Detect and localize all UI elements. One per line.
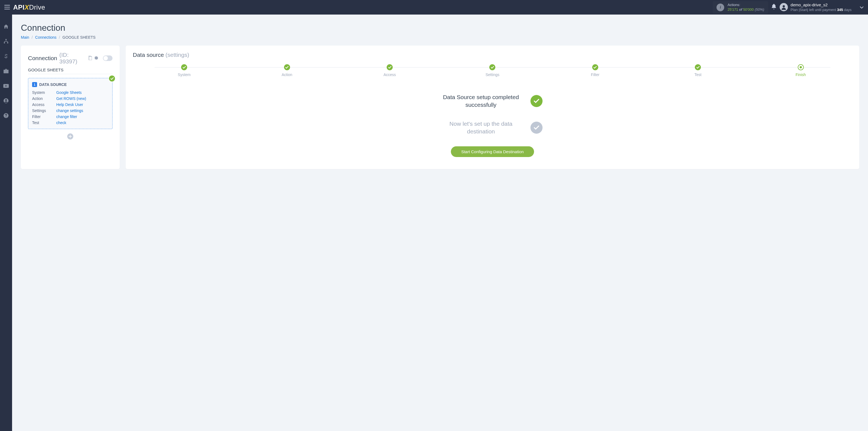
- actions-pct: (50%): [755, 7, 764, 11]
- step-test[interactable]: Test: [647, 64, 749, 77]
- ds-title: DATA SOURCE: [39, 82, 67, 87]
- finish-success-text: Data Source setup completed successfully: [443, 93, 520, 109]
- ds-filter-label: Filter: [32, 115, 54, 119]
- sidebar-video[interactable]: [0, 82, 12, 90]
- ds-system-value[interactable]: Google Sheets: [56, 90, 108, 95]
- breadcrumb-current: GOOGLE SHEETS: [63, 35, 96, 39]
- user-menu[interactable]: demo_apix-drive_s2 Plan |Start| left unt…: [780, 2, 864, 12]
- step-action[interactable]: Action: [236, 64, 338, 77]
- ds-test-label: Test: [32, 121, 54, 125]
- user-info: demo_apix-drive_s2 Plan |Start| left unt…: [790, 2, 851, 12]
- logo[interactable]: APIXDrive: [13, 4, 45, 11]
- user-plan: Plan |Start| left until payment 345 days: [790, 8, 851, 12]
- actions-total: 50'000: [743, 7, 754, 11]
- current-step-dot: [798, 64, 804, 70]
- sidebar-account[interactable]: [0, 97, 12, 104]
- info-icon: i: [716, 4, 724, 11]
- step-settings[interactable]: Settings: [441, 64, 544, 77]
- actions-of: of: [739, 7, 742, 11]
- ds-filter-value[interactable]: change filter: [56, 115, 108, 119]
- check-icon: [530, 95, 542, 107]
- check-icon: [489, 64, 495, 70]
- svg-point-0: [783, 5, 785, 7]
- connection-toggle[interactable]: [103, 56, 113, 61]
- svg-rect-1: [5, 39, 7, 40]
- hamburger-icon[interactable]: [4, 4, 10, 11]
- header-right: i Actions: 25'171 of 50'000 (50%) demo_a…: [713, 1, 864, 14]
- svg-rect-2: [4, 42, 5, 43]
- svg-rect-3: [7, 42, 8, 43]
- connection-title: Connection: [28, 55, 57, 61]
- finish-next-text: Now let's set up the data destination: [443, 120, 520, 135]
- step-finish[interactable]: Finish: [749, 64, 852, 77]
- sidebar-home[interactable]: [0, 23, 12, 30]
- sidebar-connections[interactable]: [0, 38, 12, 45]
- ds-action-value[interactable]: Get ROWS (new): [56, 96, 108, 101]
- ds-badge: 1: [32, 82, 37, 87]
- connection-subtitle: GOOGLE SHEETS: [28, 67, 113, 74]
- actions-text: Actions: 25'171 of 50'000 (50%): [727, 3, 764, 12]
- check-icon: [695, 64, 701, 70]
- start-destination-button[interactable]: Start Configuring Data Destination: [451, 146, 534, 157]
- gear-icon[interactable]: [94, 56, 98, 61]
- step-filter[interactable]: Filter: [544, 64, 647, 77]
- ds-action-label: Action: [32, 96, 54, 101]
- page-title: Connection: [21, 23, 859, 33]
- ds-test-value[interactable]: check: [56, 121, 108, 125]
- actions-label: Actions:: [727, 3, 764, 7]
- sidebar: [0, 14, 12, 431]
- check-icon: [592, 64, 598, 70]
- check-icon: [387, 64, 393, 70]
- logo-drive: Drive: [29, 4, 45, 11]
- check-icon: [109, 75, 115, 82]
- actions-counter[interactable]: i Actions: 25'171 of 50'000 (50%): [713, 1, 768, 14]
- logo-api: API: [13, 4, 25, 11]
- ds-system-label: System: [32, 90, 54, 95]
- data-source-box[interactable]: 1 DATA SOURCE System Google Sheets Actio…: [28, 78, 113, 129]
- breadcrumb-main[interactable]: Main: [21, 35, 29, 39]
- add-button[interactable]: [67, 133, 73, 140]
- sidebar-help[interactable]: [0, 112, 12, 119]
- svg-rect-8: [89, 57, 92, 60]
- content: Connection Main / Connections / GOOGLE S…: [12, 14, 868, 431]
- actions-used: 25'171: [727, 7, 738, 11]
- data-source-panel: Data source (settings) System Action: [126, 45, 859, 169]
- sidebar-briefcase[interactable]: [0, 67, 12, 75]
- bell-icon[interactable]: [771, 4, 776, 11]
- sidebar-billing[interactable]: [0, 53, 12, 60]
- chevron-down-icon: [860, 5, 864, 9]
- check-icon: [181, 64, 187, 70]
- ds-settings-value[interactable]: change settings: [56, 109, 108, 113]
- copy-icon[interactable]: [88, 56, 92, 61]
- user-name: demo_apix-drive_s2: [790, 2, 851, 8]
- connection-card: Connection (ID: 39397) GOOGLE SHEETS: [21, 45, 120, 169]
- check-icon: [530, 122, 542, 134]
- ds-access-value[interactable]: Help Desk User: [56, 102, 108, 107]
- panel-title: Data source: [133, 52, 164, 58]
- connection-id: (ID: 39397): [59, 52, 86, 65]
- avatar-icon: [780, 3, 788, 11]
- svg-point-6: [5, 99, 7, 101]
- step-access[interactable]: Access: [338, 64, 441, 77]
- step-system[interactable]: System: [133, 64, 236, 77]
- breadcrumb-connections[interactable]: Connections: [35, 35, 57, 39]
- check-icon: [284, 64, 290, 70]
- panel-subtitle: (settings): [165, 52, 189, 58]
- ds-settings-label: Settings: [32, 109, 54, 113]
- stepper: System Action Access Settings: [133, 64, 852, 77]
- ds-access-label: Access: [32, 102, 54, 107]
- top-header: APIXDrive i Actions: 25'171 of 50'000 (5…: [0, 0, 868, 14]
- breadcrumb: Main / Connections / GOOGLE SHEETS: [21, 35, 859, 39]
- logo-x: X: [25, 4, 29, 11]
